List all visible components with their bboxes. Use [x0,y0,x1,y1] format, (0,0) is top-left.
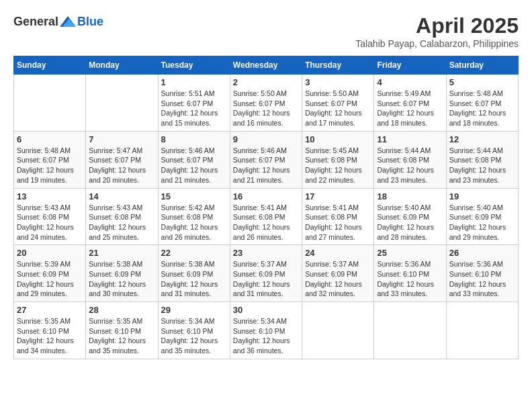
day-info: Sunrise: 5:41 AMSunset: 6:08 PMDaylight:… [305,203,371,242]
day-info: Sunrise: 5:40 AMSunset: 6:09 PMDaylight:… [377,203,443,242]
logo-general-text: General [13,15,58,29]
calendar-cell: 16Sunrise: 5:41 AMSunset: 6:08 PMDayligh… [230,188,302,245]
day-number: 30 [233,305,299,315]
day-number: 26 [449,248,515,258]
header-monday: Monday [86,56,158,75]
day-number: 8 [161,134,227,144]
calendar-cell: 1Sunrise: 5:51 AMSunset: 6:07 PMDaylight… [158,75,230,132]
calendar-cell: 18Sunrise: 5:40 AMSunset: 6:09 PMDayligh… [374,188,446,245]
calendar-cell: 2Sunrise: 5:50 AMSunset: 6:07 PMDaylight… [230,75,302,132]
calendar-cell [86,75,158,132]
day-info: Sunrise: 5:40 AMSunset: 6:09 PMDaylight:… [449,203,515,242]
day-info: Sunrise: 5:37 AMSunset: 6:09 PMDaylight:… [233,259,299,299]
header-thursday: Thursday [302,56,374,75]
day-number: 15 [161,191,227,201]
day-info: Sunrise: 5:36 AMSunset: 6:10 PMDaylight:… [377,259,443,299]
calendar-cell: 22Sunrise: 5:38 AMSunset: 6:09 PMDayligh… [158,245,230,302]
calendar-cell: 8Sunrise: 5:46 AMSunset: 6:07 PMDaylight… [158,131,230,188]
calendar-cell: 10Sunrise: 5:45 AMSunset: 6:08 PMDayligh… [302,131,374,188]
day-info: Sunrise: 5:42 AMSunset: 6:08 PMDaylight:… [161,203,227,242]
day-info: Sunrise: 5:44 AMSunset: 6:08 PMDaylight:… [377,146,443,185]
calendar-week-1: 1Sunrise: 5:51 AMSunset: 6:07 PMDaylight… [14,75,519,132]
calendar-cell: 17Sunrise: 5:41 AMSunset: 6:08 PMDayligh… [302,188,374,245]
day-number: 20 [17,248,83,258]
day-number: 1 [161,77,227,87]
day-number: 27 [17,305,83,315]
day-number: 24 [305,248,371,258]
calendar-cell: 28Sunrise: 5:35 AMSunset: 6:10 PMDayligh… [86,302,158,359]
calendar-cell [302,302,374,359]
calendar-cell: 9Sunrise: 5:46 AMSunset: 6:07 PMDaylight… [230,131,302,188]
calendar-week-4: 20Sunrise: 5:39 AMSunset: 6:09 PMDayligh… [14,245,519,302]
day-info: Sunrise: 5:46 AMSunset: 6:07 PMDaylight:… [161,146,227,185]
calendar-table: Sunday Monday Tuesday Wednesday Thursday… [13,56,519,359]
day-info: Sunrise: 5:35 AMSunset: 6:10 PMDaylight:… [17,316,83,356]
day-info: Sunrise: 5:38 AMSunset: 6:09 PMDaylight:… [161,259,227,299]
day-info: Sunrise: 5:35 AMSunset: 6:10 PMDaylight:… [89,316,154,356]
day-info: Sunrise: 5:39 AMSunset: 6:09 PMDaylight:… [17,259,83,299]
day-number: 21 [89,248,154,258]
calendar-header-row: Sunday Monday Tuesday Wednesday Thursday… [14,56,519,75]
day-info: Sunrise: 5:48 AMSunset: 6:07 PMDaylight:… [449,89,515,128]
title-area: April 2025 Talahib Payap, Calabarzon, Ph… [355,13,519,49]
day-info: Sunrise: 5:51 AMSunset: 6:07 PMDaylight:… [161,89,227,128]
day-number: 17 [305,191,371,201]
day-info: Sunrise: 5:36 AMSunset: 6:10 PMDaylight:… [449,259,515,299]
calendar-cell: 15Sunrise: 5:42 AMSunset: 6:08 PMDayligh… [158,188,230,245]
day-info: Sunrise: 5:45 AMSunset: 6:08 PMDaylight:… [305,146,371,185]
day-info: Sunrise: 5:41 AMSunset: 6:08 PMDaylight:… [233,203,299,242]
day-number: 28 [89,305,154,315]
location-title: Talahib Payap, Calabarzon, Philippines [355,38,519,49]
day-number: 16 [233,191,299,201]
calendar-cell: 27Sunrise: 5:35 AMSunset: 6:10 PMDayligh… [14,302,86,359]
calendar-cell: 20Sunrise: 5:39 AMSunset: 6:09 PMDayligh… [14,245,86,302]
calendar-cell: 26Sunrise: 5:36 AMSunset: 6:10 PMDayligh… [446,245,518,302]
day-number: 10 [305,134,371,144]
header-saturday: Saturday [446,56,518,75]
day-number: 13 [17,191,83,201]
logo-blue-text: Blue [77,15,103,29]
day-info: Sunrise: 5:50 AMSunset: 6:07 PMDaylight:… [305,89,371,128]
header-friday: Friday [374,56,446,75]
calendar-week-2: 6Sunrise: 5:48 AMSunset: 6:07 PMDaylight… [14,131,519,188]
calendar-cell: 29Sunrise: 5:34 AMSunset: 6:10 PMDayligh… [158,302,230,359]
calendar-cell: 13Sunrise: 5:43 AMSunset: 6:08 PMDayligh… [14,188,86,245]
day-number: 12 [449,134,515,144]
calendar-body: 1Sunrise: 5:51 AMSunset: 6:07 PMDaylight… [14,75,519,359]
day-info: Sunrise: 5:44 AMSunset: 6:08 PMDaylight:… [449,146,515,185]
calendar-cell: 30Sunrise: 5:34 AMSunset: 6:10 PMDayligh… [230,302,302,359]
day-number: 22 [161,248,227,258]
day-number: 19 [449,191,515,201]
calendar-cell [374,302,446,359]
day-number: 7 [89,134,154,144]
day-number: 23 [233,248,299,258]
day-number: 9 [233,134,299,144]
day-info: Sunrise: 5:43 AMSunset: 6:08 PMDaylight:… [89,203,154,242]
day-number: 2 [233,77,299,87]
calendar-cell: 12Sunrise: 5:44 AMSunset: 6:08 PMDayligh… [446,131,518,188]
calendar-cell: 11Sunrise: 5:44 AMSunset: 6:08 PMDayligh… [374,131,446,188]
day-number: 3 [305,77,371,87]
calendar-cell: 24Sunrise: 5:37 AMSunset: 6:09 PMDayligh… [302,245,374,302]
calendar-week-5: 27Sunrise: 5:35 AMSunset: 6:10 PMDayligh… [14,302,519,359]
day-info: Sunrise: 5:48 AMSunset: 6:07 PMDaylight:… [17,146,83,185]
day-number: 11 [377,134,443,144]
header-sunday: Sunday [14,56,86,75]
header-area: General Blue April 2025 Talahib Payap, C… [13,13,519,49]
calendar-cell: 6Sunrise: 5:48 AMSunset: 6:07 PMDaylight… [14,131,86,188]
day-number: 25 [377,248,443,258]
day-number: 6 [17,134,83,144]
calendar-cell: 21Sunrise: 5:38 AMSunset: 6:09 PMDayligh… [86,245,158,302]
day-number: 4 [377,77,443,87]
calendar-cell: 4Sunrise: 5:49 AMSunset: 6:07 PMDaylight… [374,75,446,132]
logo: General Blue [13,13,103,30]
day-info: Sunrise: 5:43 AMSunset: 6:08 PMDaylight:… [17,203,83,242]
day-info: Sunrise: 5:47 AMSunset: 6:07 PMDaylight:… [89,146,154,185]
calendar-cell: 25Sunrise: 5:36 AMSunset: 6:10 PMDayligh… [374,245,446,302]
calendar-cell: 23Sunrise: 5:37 AMSunset: 6:09 PMDayligh… [230,245,302,302]
day-info: Sunrise: 5:50 AMSunset: 6:07 PMDaylight:… [233,89,299,128]
logo-icon [60,13,76,30]
day-number: 29 [161,305,227,315]
calendar-cell [446,302,518,359]
header-tuesday: Tuesday [158,56,230,75]
